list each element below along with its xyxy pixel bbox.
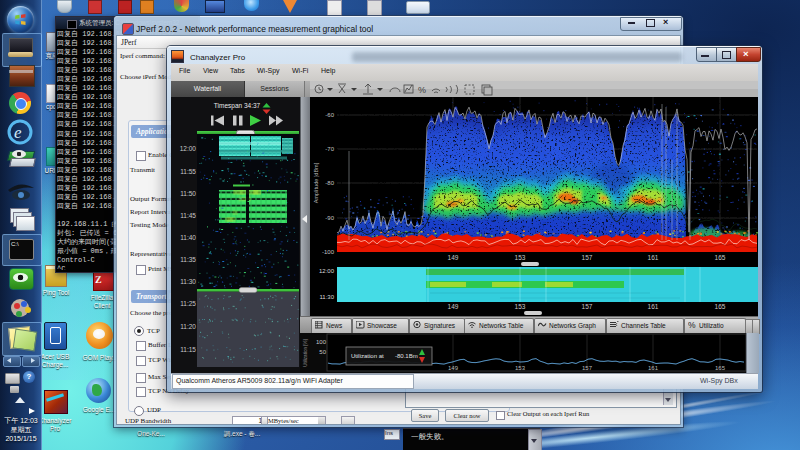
svg-text:e: e (14, 123, 22, 142)
svg-text:-70: -70 (325, 146, 334, 152)
svg-text:50: 50 (319, 349, 326, 355)
svg-text:-60: -60 (325, 112, 334, 118)
svg-text:-80.1Bm: -80.1Bm (395, 353, 418, 359)
svg-text:165: 165 (715, 303, 726, 310)
svg-text:-90: -90 (325, 215, 334, 221)
svg-text:149: 149 (448, 254, 459, 261)
svg-text:%: % (418, 85, 426, 95)
svg-text:165: 165 (715, 365, 726, 371)
svg-text:161: 161 (648, 254, 659, 261)
svg-text:12:00: 12:00 (319, 268, 335, 274)
svg-text:153: 153 (515, 254, 526, 261)
svg-text:Utilization at: Utilization at (351, 353, 384, 359)
svg-text:157: 157 (582, 365, 593, 371)
svg-text:149: 149 (448, 365, 459, 371)
svg-text:Utilization [%]: Utilization [%] (303, 339, 308, 366)
svg-text:149: 149 (448, 303, 459, 310)
svg-text:165: 165 (715, 254, 726, 261)
svg-text:-100: -100 (322, 249, 335, 255)
svg-text:-80: -80 (325, 180, 334, 186)
svg-text:Amplitude [dBm]: Amplitude [dBm] (313, 162, 319, 203)
svg-text:157: 157 (582, 254, 593, 261)
svg-text:%: % (688, 321, 696, 330)
svg-text:157: 157 (582, 303, 593, 310)
svg-text:100: 100 (316, 339, 327, 345)
svg-text:161: 161 (648, 303, 659, 310)
svg-text:153: 153 (515, 303, 526, 310)
svg-text:11:30: 11:30 (319, 294, 334, 300)
svg-text:161: 161 (648, 365, 659, 371)
svg-text:153: 153 (515, 365, 526, 371)
